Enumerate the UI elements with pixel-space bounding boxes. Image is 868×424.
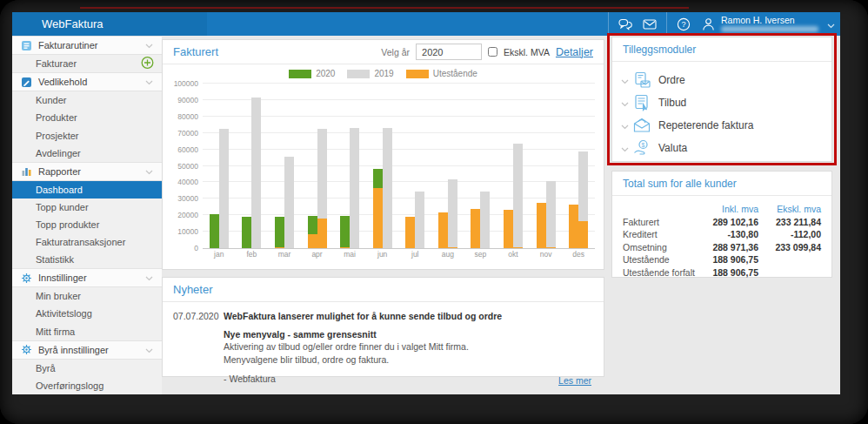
totals-incl-value: 188 906,75	[696, 266, 758, 279]
legend-item-2020: 2020	[289, 69, 335, 78]
sidebar-item-label: Topp produkter	[36, 219, 99, 230]
chevron-down-icon[interactable]	[621, 118, 631, 133]
sidebar-item-rapporter[interactable]: Rapporter	[12, 162, 162, 181]
month-group-jan	[203, 84, 236, 248]
add-invoice-icon[interactable]	[141, 57, 154, 71]
x-tick-label: jun	[366, 250, 399, 262]
sidebar-item-prosjekter[interactable]: Prosjekter	[12, 126, 162, 144]
tilleggsmoduler-panel: Tilleggsmoduler OrdreTilbudRepeterende f…	[611, 37, 832, 162]
sidebar-item-label: Produkter	[36, 112, 77, 123]
sidebar-item-label: Mitt firma	[36, 326, 75, 337]
sidebar-item-innstillinger[interactable]: Innstillinger	[12, 268, 162, 287]
sidebar-item-label: Min bruker	[36, 291, 81, 301]
x-tick-label: apr	[301, 250, 334, 262]
totals-excl-value: 233 211,84	[758, 216, 821, 229]
module-item-ordre[interactable]: Ordre	[621, 69, 823, 91]
totals-row-utest-ende-forfalt: Utestående forfalt 188 906,75	[623, 266, 821, 279]
chevron-down-icon[interactable]	[827, 17, 835, 32]
tilleggsmoduler-panel-header: Tilleggsmoduler	[612, 37, 831, 62]
month-group-aug	[431, 84, 464, 248]
totals-row-label: Utestående	[623, 253, 696, 266]
bar-2019	[448, 179, 457, 248]
sidebar-item-fakturaer[interactable]: Fakturaer	[12, 55, 162, 72]
help-icon[interactable]: ?	[676, 17, 691, 32]
totals-incl-value: -130,80	[696, 228, 758, 241]
sidebar-item-produkter[interactable]: Produkter	[12, 109, 162, 126]
sidebar-item-topp-kunder[interactable]: Topp kunder	[12, 199, 162, 216]
year-input[interactable]	[416, 44, 482, 60]
chart-plot: janfebmaraprmaijunjulaugsepoktnovdes	[203, 84, 595, 262]
x-tick-label: jul	[398, 250, 431, 262]
sidebar-item-dashboard[interactable]: Dashboard	[12, 181, 162, 199]
y-tick-label: 70000	[177, 129, 198, 138]
ekskl-mva-checkbox[interactable]	[488, 47, 497, 57]
bar-2019	[383, 128, 392, 248]
bar-2019	[513, 144, 523, 248]
sidebar-item-avdelinger[interactable]: Avdelinger	[12, 145, 162, 162]
ekskl-mva-label: Ekskl. MVA	[504, 47, 550, 57]
chart-y-axis: 0100002000030000400005000060000700008000…	[168, 84, 203, 262]
legend-swatch	[347, 70, 370, 78]
sidebar-item-label: Vedlikehold	[38, 77, 87, 87]
module-label: Tilbud	[658, 97, 686, 109]
nyheter-title: Nyheter	[173, 283, 213, 296]
chevron-down-icon	[145, 166, 153, 177]
settings-icon	[21, 273, 32, 284]
sidebar-item-kunder[interactable]: Kunder	[12, 91, 162, 109]
x-tick-label: feb	[236, 250, 269, 262]
totals-row-label: Omsetning	[623, 241, 696, 254]
news-body-line: Aktivering av tilbud og/eller ordre finn…	[224, 341, 591, 353]
sidebar-item-topp-produkter[interactable]: Topp produkter	[12, 216, 162, 233]
topbar-separator	[608, 12, 609, 36]
detaljer-link[interactable]: Detaljer	[556, 46, 593, 58]
mail-icon[interactable]	[642, 17, 658, 32]
bar-utestaende-2019	[546, 247, 556, 248]
legend-swatch	[406, 70, 429, 78]
sidebar-item-aktivitetslogg[interactable]: Aktivitetslogg	[12, 305, 162, 322]
module-item-tilbud[interactable]: Tilbud	[621, 91, 823, 114]
y-tick-label: 60000	[177, 145, 198, 154]
chat-icon[interactable]	[618, 17, 633, 32]
user-menu[interactable]: Ramon H. Iversen	[700, 16, 835, 32]
module-item-repeterende-faktura[interactable]: Repeterende faktura	[621, 114, 823, 137]
sidebar-item-label: Aktivitetslogg	[36, 308, 92, 319]
bar-2020	[275, 217, 284, 247]
sidebar-item-label: Statistikk	[36, 254, 74, 265]
user-info: Ramon H. Iversen	[721, 16, 818, 32]
sidebar-item-min-bruker[interactable]: Min bruker	[12, 287, 162, 305]
bar-utestaende-2020	[569, 205, 578, 248]
x-tick-label: aug	[431, 250, 464, 262]
sidebar-item-byr-innstillinger[interactable]: Byrå innstillinger	[12, 340, 162, 360]
bar-utestaende-2020	[340, 247, 350, 248]
sidebar-item-byr-[interactable]: Byrå	[12, 360, 162, 377]
sidebar-item-label: Fakturarutiner	[38, 40, 97, 50]
bar-2020	[308, 216, 317, 234]
module-item-valuta[interactable]: $Valuta	[621, 137, 823, 159]
sidebar-item-vedlikehold[interactable]: Vedlikehold	[12, 72, 162, 91]
chevron-down-icon[interactable]	[621, 140, 631, 156]
sidebar-item-label: Byrå innstillinger	[38, 345, 109, 355]
tilleggsmoduler-title: Tilleggsmoduler	[623, 44, 696, 56]
sidebar-item-overf-ringslogg[interactable]: Overføringslogg	[12, 377, 162, 394]
nyheter-panel-header: Nyheter	[163, 278, 604, 302]
module-label: Valuta	[658, 142, 687, 154]
maintenance-icon	[21, 77, 32, 88]
sidebar-item-fakturatransaksjoner[interactable]: Fakturatransaksjoner	[12, 233, 162, 251]
fakturert-panel-header: Fakturert Velg år Ekskl. MVA Detaljer	[163, 40, 604, 64]
app-title: WebFaktura	[42, 12, 103, 36]
sidebar-item-fakturarutiner[interactable]: Fakturarutiner	[12, 36, 162, 55]
sidebar-item-statistikk[interactable]: Statistikk	[12, 251, 162, 268]
chevron-down-icon[interactable]	[621, 95, 631, 111]
svg-text:$: $	[642, 142, 645, 148]
les-mer-link[interactable]: Les mer	[558, 375, 591, 386]
chevron-down-icon[interactable]	[621, 72, 631, 88]
news-content: WebFaktura lanserer mulighet for å kunne…	[224, 311, 591, 384]
user-email-redacted	[721, 26, 818, 32]
bar-utestaende-2019	[578, 221, 588, 248]
legend-item-utest-ende: Utestående	[406, 69, 477, 78]
totals-incl-value: 289 102,16	[696, 216, 758, 229]
sidebar-item-mitt-firma[interactable]: Mitt firma	[12, 323, 162, 340]
bar-utestaende-2020	[438, 212, 448, 248]
bar-utestaende-2020	[537, 203, 546, 248]
chevron-down-icon	[145, 40, 153, 50]
